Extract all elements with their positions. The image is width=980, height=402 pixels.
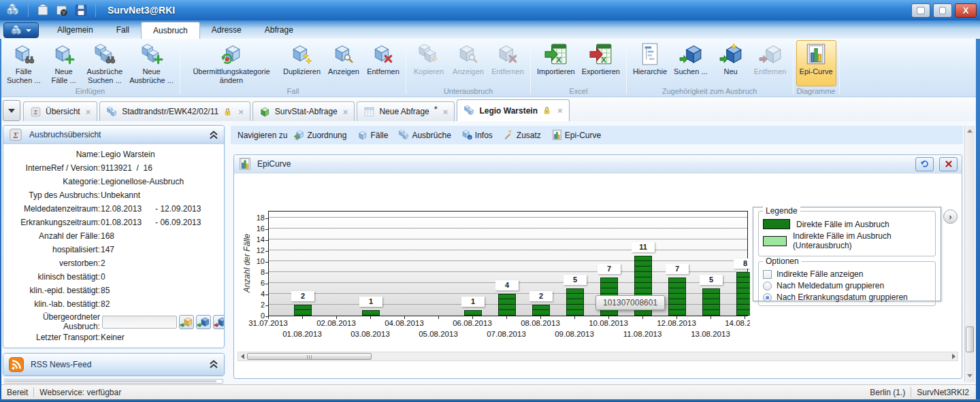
nav-item-label: Epi-Curve — [565, 131, 601, 140]
field-label: InterneRef / Version: — [6, 163, 100, 173]
doc-tab-stadtrandstr-ewk42-02-11[interactable]: Stadtrandstr/EWK42/02/11× — [99, 101, 250, 121]
ribbon-button-suchen[interactable]: Suchen ... — [670, 40, 711, 86]
ribbon-button-neu[interactable]: Neu — [711, 40, 751, 86]
y-tick-mark — [265, 273, 268, 273]
bar-07.08.2013[interactable] — [498, 294, 516, 316]
bar-08.08.2013[interactable] — [532, 305, 550, 316]
case-tooltip: 101307008601 — [595, 295, 665, 310]
doc-tab--bersicht[interactable]: ΣÜbersicht× — [23, 101, 97, 121]
new-record-icon[interactable] — [35, 3, 50, 18]
close-tab-icon[interactable]: × — [343, 107, 348, 117]
epicurve-chart[interactable]: Anzahl der Fälle 211425711758 1013070086… — [235, 173, 750, 349]
ribbon-button-neue-f-lle[interactable]: Neue Fälle ... — [44, 40, 84, 86]
plot-area: 211425711758 — [268, 211, 748, 316]
ribbon-tab-adresse[interactable]: Adresse — [200, 22, 253, 38]
nav-item-zusatz[interactable]: Zusatz — [503, 129, 541, 141]
tab-list-dropdown-button[interactable] — [3, 100, 20, 121]
divider — [28, 3, 29, 17]
ribbon-button-ausbr-che-suchen[interactable]: Ausbrüche Suchen ... — [84, 40, 127, 86]
indirect-cases-checkbox[interactable] — [763, 270, 772, 279]
import-blue-button[interactable] — [196, 315, 211, 329]
ribbon-button-entfernen: Entfernen — [488, 40, 527, 86]
gridline — [269, 261, 747, 261]
nav-item-epicurve[interactable]: Epi-Curve — [551, 129, 601, 141]
app-menu-button[interactable] — [3, 22, 39, 38]
ribbon-button--bermittlungskategorie-ndern[interactable]: Übermittlungskategorie ändern — [183, 40, 280, 86]
main-vertical-scrollbar[interactable] — [964, 126, 975, 382]
ribbon-button-importieren[interactable]: XImportieren — [534, 40, 578, 86]
radio-button[interactable] — [763, 293, 772, 302]
collapse-chevron-icon[interactable] — [208, 360, 219, 369]
radio-button[interactable] — [763, 282, 772, 290]
nav-item-zuordnung[interactable]: Zuordnung — [293, 129, 346, 141]
import-gold-button[interactable] — [179, 315, 194, 329]
bar-03.08.2013[interactable] — [362, 310, 380, 316]
close-tab-icon[interactable]: × — [238, 107, 244, 117]
scrollbar-thumb[interactable] — [966, 326, 974, 352]
ribbon-group-label: Zugehörigkeit zum Ausbruch — [627, 87, 792, 95]
export-red-button[interactable] — [213, 315, 225, 329]
ribbon-tab-ausbruch[interactable]: Ausbruch — [141, 22, 200, 39]
ribbon-button-anzeigen[interactable]: Anzeigen — [324, 40, 363, 86]
collapse-chevron-icon[interactable] — [208, 131, 219, 139]
ribbon-tab-abfrage[interactable]: Abfrage — [253, 22, 305, 38]
bar-09.08.2013[interactable] — [566, 288, 584, 316]
scroll-left-arrow[interactable] — [238, 352, 246, 361]
cubes-icon — [463, 105, 475, 116]
bar-01.08.2013[interactable] — [294, 305, 312, 316]
cubes-stars-icon — [417, 43, 440, 66]
bar-14.08.2013[interactable] — [736, 272, 750, 316]
nav-item-ausbrche[interactable]: Ausbrüche — [398, 129, 451, 141]
excel-import-icon: X — [544, 43, 568, 66]
ribbon-button-hierarchie[interactable]: Hierarchie — [630, 40, 670, 86]
gridline — [269, 228, 747, 229]
restore-button[interactable] — [933, 3, 952, 18]
y-tick-mark — [265, 284, 268, 284]
radio-option: Nach Meldedatum gruppieren — [763, 281, 931, 290]
ribbon-tab-fall[interactable]: Fall — [105, 22, 141, 38]
ribbon-button-f-lle-suchen[interactable]: Fälle Suchen ... — [3, 40, 44, 86]
bar-value-label: 5 — [700, 275, 723, 285]
scrollbar-thumb[interactable] — [247, 353, 372, 360]
ribbon-button-duplizieren[interactable]: Duplizieren — [280, 40, 324, 86]
x-tick-mark — [574, 316, 575, 319]
overview-row: Anzahl der Fälle:168 — [6, 229, 221, 243]
nav-item-label: Zuordnung — [307, 131, 346, 140]
bar-06.08.2013[interactable] — [464, 310, 482, 316]
parent-outbreak-input[interactable] — [102, 316, 177, 329]
bar-13.08.2013[interactable] — [702, 288, 720, 316]
scroll-up-arrow[interactable] — [967, 129, 973, 133]
close-tab-icon[interactable]: × — [443, 107, 448, 117]
open-record-icon[interactable] — [54, 3, 69, 18]
bar-12.08.2013[interactable] — [668, 278, 686, 316]
close-tab-icon[interactable]: × — [557, 105, 563, 116]
legend-expand-button[interactable]: › — [943, 210, 958, 224]
ribbon-button-neue-ausbr-che[interactable]: Neue Ausbrüche ... — [126, 40, 177, 86]
sidebar-horizontal-scrollbar[interactable] — [4, 379, 223, 384]
ribbon-tab-allgemein[interactable]: Allgemein — [46, 22, 105, 38]
nav-item-flle[interactable]: Fälle — [357, 129, 388, 141]
close-chart-button[interactable] — [939, 157, 958, 171]
save-icon[interactable] — [74, 3, 88, 18]
doc-tab-legio-warstein[interactable]: Legio Warstein× — [457, 99, 569, 121]
field-label: Name: — [6, 150, 100, 159]
ribbon-group-label: Diagramme — [794, 87, 838, 95]
close-tab-icon[interactable]: × — [86, 107, 91, 117]
ribbon-button-entfernen[interactable]: Entfernen — [363, 40, 403, 86]
nav-item-infos[interactable]: iInfos — [461, 129, 493, 141]
scroll-right-arrow[interactable] — [949, 352, 958, 361]
scroll-down-arrow[interactable] — [967, 374, 973, 378]
ribbon-button-epi-curve[interactable]: Epi-Curve — [796, 40, 836, 86]
maximize-button[interactable] — [911, 3, 930, 18]
y-tick-mark — [265, 305, 268, 306]
rss-panel-header[interactable]: RSS News-Feed — [3, 354, 224, 375]
doc-tab-survstat-abfrage[interactable]: SurvStat-Abfrage× — [252, 101, 355, 121]
y-tick-label: 8 — [250, 268, 265, 276]
outbreak-overview-header[interactable]: Σ Ausbruchsübersicht — [3, 126, 224, 144]
field-label: Meldedatenzeitraum: — [6, 204, 100, 214]
ribbon-button-exportieren[interactable]: XExportieren — [578, 40, 623, 86]
refresh-button[interactable] — [915, 157, 934, 171]
chart-horizontal-scrollbar[interactable] — [238, 352, 958, 361]
close-button[interactable]: X — [955, 3, 977, 18]
doc-tab-neue-abfrage[interactable]: Neue Abfrage*× — [357, 101, 455, 121]
